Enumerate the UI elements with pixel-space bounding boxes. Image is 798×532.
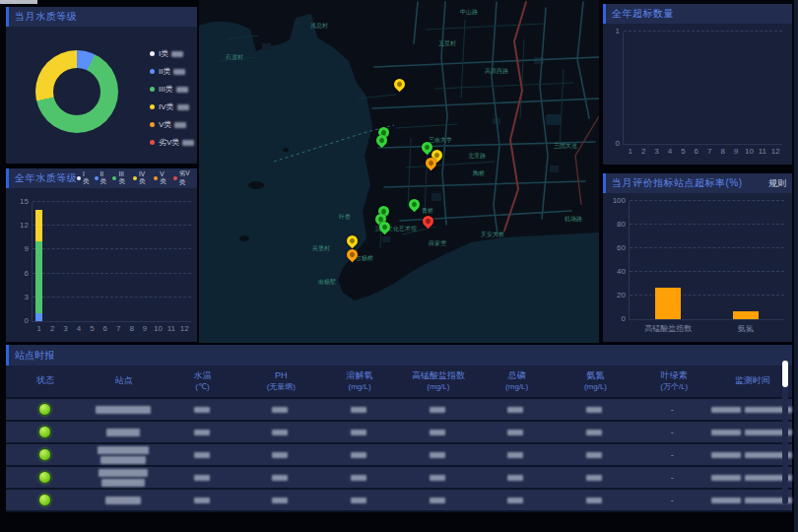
donut-chart xyxy=(35,50,118,133)
legend-item[interactable]: V类 xyxy=(154,170,168,186)
legend-item[interactable]: III类 xyxy=(112,170,128,186)
top-left-artifact xyxy=(0,0,37,4)
station-cell xyxy=(85,492,164,509)
value-cell xyxy=(555,430,633,435)
legend-item[interactable]: II类 xyxy=(95,170,108,186)
panel-title: 全年超标数量 xyxy=(612,7,674,21)
column-unit: (mg/L) xyxy=(478,382,557,392)
map[interactable]: 石渡村浅息村五星村高浪西路中山路三南大学北亚路陶桥三国大道机场路天安大桥叶春青桥… xyxy=(199,0,599,343)
donut-legend: I类II类III类IV类V类劣V类 xyxy=(150,48,194,155)
value-cell xyxy=(163,475,241,481)
x-tick-label: 2 xyxy=(50,324,54,333)
redacted-station-name xyxy=(101,479,145,487)
pin-center xyxy=(348,237,355,244)
table-scrollbar-thumb[interactable] xyxy=(782,361,788,387)
value-cell xyxy=(476,452,555,458)
column-name: 高锰酸盐指数 xyxy=(399,370,478,381)
legend-dot xyxy=(173,176,177,180)
value-cell xyxy=(241,475,320,481)
pin-center xyxy=(395,81,402,88)
redacted-value xyxy=(194,452,210,458)
rate-bar-2[interactable] xyxy=(733,311,759,319)
rate-bar-1[interactable] xyxy=(655,288,681,319)
stacked-bar[interactable] xyxy=(35,202,42,321)
legend-item[interactable]: II类 xyxy=(150,66,194,77)
y-tick-label: 12 xyxy=(11,221,29,230)
column-name: 叶绿素 xyxy=(634,370,713,381)
legend-item[interactable]: V类 xyxy=(150,119,194,130)
right-edge-strip xyxy=(794,0,798,532)
legend-item[interactable]: I类 xyxy=(150,48,194,59)
pin-center xyxy=(380,224,387,231)
table-row[interactable]: - xyxy=(6,399,792,420)
legend-label: IV类 xyxy=(139,170,149,186)
value-cell xyxy=(163,407,241,413)
panel-header: 当月水质等级 xyxy=(6,7,197,27)
redacted-station-name xyxy=(99,469,148,477)
x-tick-label: 8 xyxy=(720,147,724,156)
chlorophyll-value: - xyxy=(671,405,674,415)
column-header-PH: PH(无量纲) xyxy=(241,370,320,391)
legend-dot xyxy=(150,69,155,74)
y-tick-label: 60 xyxy=(608,243,626,252)
chlorophyll-value: - xyxy=(671,450,674,460)
legend-label: III类 xyxy=(159,84,173,95)
column-header-监测时间: 监测时间 xyxy=(713,375,792,386)
legend-item[interactable]: 劣V类 xyxy=(150,137,194,148)
value-cell xyxy=(241,498,320,503)
station-cell xyxy=(85,469,164,487)
map-place-label: 天安大桥 xyxy=(481,231,504,239)
legend-dot xyxy=(133,176,137,180)
gridline xyxy=(630,295,784,296)
chlorophyll-cell: - xyxy=(633,496,712,505)
map-place-label: 机场路 xyxy=(565,215,582,224)
chlorophyll-cell: - xyxy=(633,450,712,460)
value-cell xyxy=(555,407,633,413)
legend-item[interactable]: I类 xyxy=(77,170,90,186)
column-header-水温: 水温(℃) xyxy=(164,370,242,391)
legend-dot xyxy=(95,176,99,180)
table-title: 站点时报 xyxy=(15,349,54,363)
redacted-value xyxy=(586,475,602,481)
y-tick-label: 0 xyxy=(608,314,626,323)
value-cell xyxy=(555,498,633,503)
panel-title: 当月评价指标站点超标率(%) xyxy=(612,176,743,190)
redacted-station-name xyxy=(96,406,151,414)
redacted-date xyxy=(711,498,741,503)
y-tick-label: 9 xyxy=(11,244,29,253)
legend-item[interactable]: 劣V类 xyxy=(173,169,193,187)
x-tick-label: 9 xyxy=(734,147,738,156)
table-row[interactable]: - xyxy=(6,467,792,488)
redacted-value xyxy=(351,407,366,413)
x-tick-label: 4 xyxy=(77,324,81,333)
legend-dot xyxy=(77,176,81,180)
bar-segment-IV类 xyxy=(35,210,42,241)
redacted-date xyxy=(711,452,741,458)
redacted-value xyxy=(174,122,186,128)
panel-month-quality: 当月水质等级 I类II类III类IV类V类劣V类 xyxy=(6,7,197,164)
table-row[interactable]: - xyxy=(6,422,792,442)
table-title-bar: 站点时报 xyxy=(6,345,792,366)
value-cell xyxy=(398,498,477,503)
legend-label: 劣V类 xyxy=(159,137,179,148)
value-cell xyxy=(476,498,555,503)
column-name: 状态 xyxy=(6,375,85,386)
table-row[interactable]: - xyxy=(6,490,792,510)
legend-item[interactable]: IV类 xyxy=(133,170,149,186)
rules-link[interactable]: 规则 xyxy=(768,177,786,190)
column-unit: (万个/L) xyxy=(634,382,713,392)
redacted-value xyxy=(586,430,602,435)
x-tick-label: 9 xyxy=(143,324,147,333)
panel-title: 当月水质等级 xyxy=(15,10,77,24)
station-cell xyxy=(85,401,164,419)
column-unit: (无量纲) xyxy=(241,382,320,392)
value-cell xyxy=(476,407,555,413)
map-place-label: 五星村 xyxy=(438,39,456,48)
table-row[interactable]: - xyxy=(6,444,792,465)
map-svg xyxy=(199,0,599,343)
year-legend: I类II类III类IV类V类劣V类 xyxy=(77,169,197,187)
legend-item[interactable]: III类 xyxy=(150,84,194,95)
redacted-value xyxy=(586,498,602,503)
y-tick-label: 1 xyxy=(602,27,620,35)
legend-item[interactable]: IV类 xyxy=(150,101,194,112)
